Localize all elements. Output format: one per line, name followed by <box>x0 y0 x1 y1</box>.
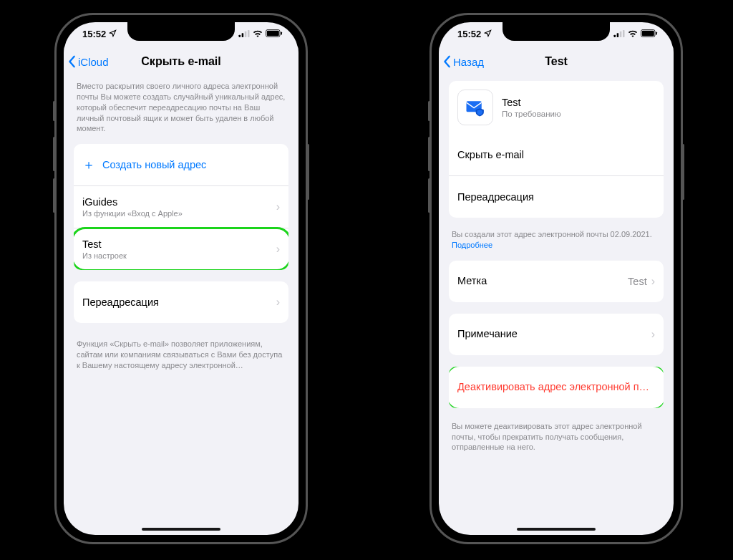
list-item-sub: Из функции «Вход с Apple» <box>82 209 276 218</box>
chevron-right-icon: › <box>276 296 280 308</box>
screen-right: 15:52 <box>439 22 674 535</box>
svg-rect-7 <box>614 34 616 37</box>
status-time: 15:52 <box>82 29 106 39</box>
svg-rect-10 <box>623 30 625 37</box>
footer-text: Функция «Скрыть e-mail» позволяет прилож… <box>74 334 288 381</box>
side-button <box>53 101 55 121</box>
forward-row[interactable]: Переадресация <box>449 175 664 218</box>
note-title: Примечание <box>457 328 651 340</box>
label-title: Метка <box>457 275 628 287</box>
cell-signal-icon <box>613 29 625 39</box>
back-label: iCloud <box>78 56 109 68</box>
list-item-title: iGuides <box>82 196 276 208</box>
status-time: 15:52 <box>457 29 481 39</box>
mail-shield-icon <box>457 90 493 125</box>
status-right <box>238 26 283 41</box>
chevron-right-icon: › <box>276 243 280 255</box>
create-address-button[interactable]: ＋ Создать новый адрес <box>74 144 288 185</box>
forward-label: Переадресация <box>457 191 655 203</box>
volume-up-button <box>428 137 430 171</box>
svg-rect-12 <box>642 30 654 36</box>
page-title: Скрыть e-mail <box>141 55 220 68</box>
chevron-right-icon: › <box>651 276 655 287</box>
forward-label: Переадресация <box>82 296 276 309</box>
note-row[interactable]: Примечание › <box>449 314 664 355</box>
more-link[interactable]: Подробнее <box>452 241 492 249</box>
nav-bar: iCloud Скрыть e-mail <box>64 47 298 77</box>
battery-icon <box>641 29 658 39</box>
create-address-label: Создать новый адрес <box>102 159 280 171</box>
svg-rect-8 <box>617 33 619 37</box>
phone-frame-left: 15:52 <box>54 13 308 544</box>
deactivate-group: Деактивировать адрес электронной п… <box>449 367 664 408</box>
address-item-test[interactable]: Test Из настроек › <box>74 228 288 270</box>
stage: 15:52 <box>0 0 733 560</box>
svg-rect-13 <box>656 32 657 34</box>
svg-rect-0 <box>239 34 241 37</box>
created-note-block: Вы создали этот адрес электронной почты … <box>449 229 664 261</box>
hide-email-label: Скрыть e-mail <box>457 149 655 161</box>
home-indicator[interactable] <box>142 528 220 531</box>
hide-email-row[interactable]: Скрыть e-mail <box>449 134 664 175</box>
header-card: Test По требованию <box>449 81 664 134</box>
footer-text: Вы можете деактивировать этот адрес элек… <box>449 420 664 463</box>
location-arrow-icon <box>109 29 117 39</box>
chevron-right-icon: › <box>651 329 655 340</box>
nav-bar: Назад Test <box>439 47 674 77</box>
forward-row[interactable]: Переадресация › <box>74 281 288 323</box>
page-title: Test <box>545 55 568 68</box>
screen-left: 15:52 <box>64 22 298 535</box>
side-button <box>428 101 430 121</box>
notch <box>503 22 610 41</box>
wifi-icon <box>253 29 263 39</box>
power-button <box>682 144 684 200</box>
back-button[interactable]: iCloud <box>68 47 109 77</box>
list-item-title: Test <box>82 238 276 251</box>
chevron-right-icon: › <box>276 201 280 213</box>
header-card-group: Test По требованию Скрыть e-mail Переадр… <box>449 81 664 218</box>
status-right <box>613 26 658 41</box>
svg-rect-2 <box>245 31 247 37</box>
status-left: 15:52 <box>82 26 117 41</box>
card-title: Test <box>502 97 561 108</box>
label-group: Метка Test › <box>449 261 664 302</box>
list-item-sub: Из настроек <box>82 251 276 261</box>
deactivate-label: Деактивировать адрес электронной п… <box>457 381 655 393</box>
volume-down-button <box>53 178 55 213</box>
power-button <box>307 144 309 200</box>
created-note: Вы создали этот адрес электронной почты … <box>452 230 652 238</box>
intro-text: Вместо раскрытия своего личного адреса э… <box>74 77 288 144</box>
wifi-icon <box>628 29 638 39</box>
svg-rect-9 <box>620 31 622 37</box>
forward-group: Переадресация › <box>74 281 288 323</box>
deactivate-button[interactable]: Деактивировать адрес электронной п… <box>449 367 664 408</box>
home-indicator[interactable] <box>517 528 596 531</box>
address-group: ＋ Создать новый адрес iGuides Из функции… <box>74 144 288 270</box>
cell-signal-icon <box>238 29 250 39</box>
svg-rect-5 <box>267 30 279 36</box>
card-sub: По требованию <box>502 110 561 118</box>
address-item-iguides[interactable]: iGuides Из функции «Вход с Apple» › <box>74 185 288 228</box>
volume-down-button <box>428 178 430 213</box>
volume-up-button <box>53 137 55 171</box>
header-card-meta: Test По требованию <box>502 97 561 118</box>
phone-frame-right: 15:52 <box>429 13 683 544</box>
label-row[interactable]: Метка Test › <box>449 261 664 302</box>
svg-rect-6 <box>281 32 282 34</box>
content-left: Вместо раскрытия своего личного адреса э… <box>64 77 298 535</box>
battery-icon <box>266 29 283 39</box>
svg-rect-1 <box>242 33 244 37</box>
svg-rect-3 <box>248 30 250 37</box>
plus-icon: ＋ <box>82 158 95 171</box>
notch <box>127 22 235 41</box>
location-arrow-icon <box>484 29 492 39</box>
label-value: Test <box>628 276 647 287</box>
status-left: 15:52 <box>457 26 492 41</box>
back-button[interactable]: Назад <box>443 47 484 77</box>
note-group: Примечание › <box>449 314 664 355</box>
back-label: Назад <box>453 56 484 68</box>
content-right: Test По требованию Скрыть e-mail Переадр… <box>439 81 674 535</box>
